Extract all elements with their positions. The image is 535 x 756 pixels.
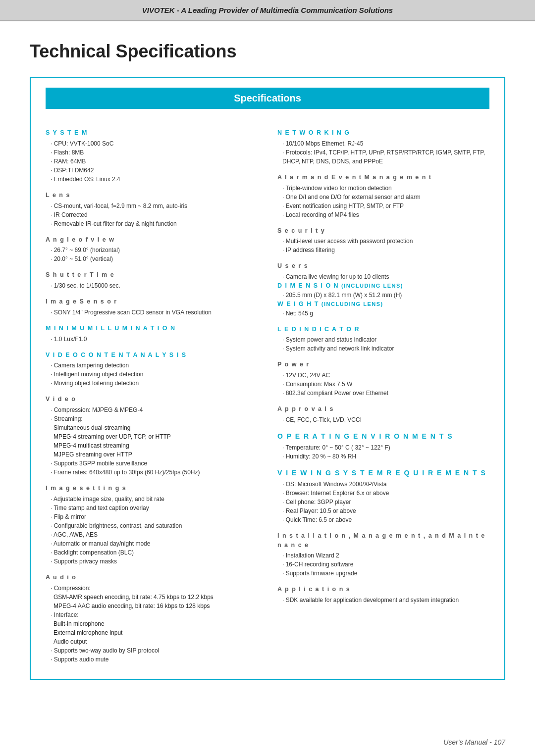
approvals-item-0: CE, FCC, C-Tick, LVD, VCCI (277, 415, 489, 424)
spec-box: Specifications S y s t e m CPU: VVTK-100… (30, 77, 505, 680)
networking-section: N e t w o r k i n g 10/100 Mbps Ethernet… (277, 128, 489, 166)
shutter-section: S h u t t e r T i m e 1/30 sec. to 1/150… (46, 270, 258, 290)
lens-item-1: IR Corrected (46, 210, 258, 219)
audio-heading: A u d i o (46, 573, 258, 582)
shutter-item-0: 1/30 sec. to 1/15000 sec. (46, 281, 258, 290)
vr-item-1: Browser: Internet Explorer 6.x or above (277, 489, 489, 498)
audio-more-1: Supports audio mute (46, 655, 258, 664)
inst-item-2: Supports firmware upgrade (277, 569, 489, 578)
angle-section: A n g l e o f v i e w 26.7° ~ 69.0° (hor… (46, 235, 258, 264)
video-heading: V i d e o (46, 395, 258, 404)
is-item-1: Time stamp and text caption overlay (46, 504, 258, 512)
installation-section: I n s t a l l a t i o n , M a n a g e m … (277, 531, 489, 578)
video-streaming-label: Streaming: (46, 414, 258, 423)
video-sub-2: MPEG-4 multicast streaming (46, 441, 258, 450)
audio-section: A u d i o Compression: GSM-AMR speech en… (46, 573, 258, 664)
is-item-6: Backlight compensation (BLC) (46, 548, 258, 557)
is-item-4: AGC, AWB, AES (46, 530, 258, 539)
led-item-0: System power and status indicator (277, 335, 489, 344)
dimension-section: D i m e n s i o n (including lens) 205.5… (277, 281, 489, 300)
led-item-1: System activity and network link indicat… (277, 344, 489, 353)
image-sensor-item-0: SONY 1/4" Progressive scan CCD sensor in… (46, 308, 258, 317)
audio-int-2: Audio output (46, 637, 258, 646)
angle-item-1: 20.0° ~ 51.0° (vertical) (46, 254, 258, 263)
audio-interface-label: Interface: (46, 610, 258, 619)
audio-int-1: External microphone input (46, 628, 258, 637)
system-item-cpu: CPU: VVTK-1000 SoC (46, 139, 258, 148)
alarm-heading: A l a r m a n d E v e n t M a n a g e m … (277, 173, 489, 182)
is-item-3: Configurable brightness, contrast, and s… (46, 521, 258, 530)
net-item-0: 10/100 Mbps Ethernet, RJ-45 (277, 139, 489, 148)
security-heading: S e c u r i t y (277, 226, 489, 236)
image-settings-section: I m a g e s e t t i n g s Adjustable ima… (46, 484, 258, 566)
approvals-heading: A p p r o v a l s (277, 404, 489, 414)
page-title: Technical Specifications (30, 41, 505, 62)
audio-int-0: Built-in microphone (46, 619, 258, 628)
shutter-heading: S h u t t e r T i m e (46, 270, 258, 280)
lens-item-2: Removable IR-cut filter for day & night … (46, 219, 258, 228)
video-sub-0: Simultaneous dual-streaming (46, 423, 258, 432)
lens-section: L e n s CS-mount, vari-focal, f=2.9 mm ~… (46, 191, 258, 228)
power-item-0: 12V DC, 24V AC (277, 371, 489, 380)
dimension-heading: D i m e n s i o n (including lens) (277, 282, 403, 289)
alarm-item-0: Triple-window video for motion detection (277, 184, 489, 193)
is-item-0: Adjustable image size, quality, and bit … (46, 495, 258, 504)
min-illum-heading: M i n i m u m I l l u m i n a t i o n (46, 324, 258, 333)
vr-item-3: Real Player: 10.5 or above (277, 506, 489, 515)
viewing-req-section: V i e w i n g S y s t e m R e q u i r e … (277, 468, 489, 524)
tagline: VIVOTEK - A Leading Provider of Multimed… (142, 6, 393, 14)
audio-more-0: Supports two-way audio by SIP protocol (46, 646, 258, 655)
networking-heading: N e t w o r k i n g (277, 128, 489, 138)
min-illum-section: M i n i m u m I l l u m i n a t i o n 1.… (46, 324, 258, 344)
audio-compression-label: Compression: (46, 584, 258, 593)
video-more-1: Frame rates: 640x480 up to 30fps (60 Hz)… (46, 468, 258, 477)
alarm-item-1: One D/I and one D/O for external sensor … (277, 193, 489, 202)
lens-heading: L e n s (46, 191, 258, 200)
weight-item-0: Net: 545 g (277, 309, 489, 318)
system-item-dsp: DSP:TI DM642 (46, 166, 258, 175)
oe-item-1: Humidity: 20 % ~ 80 % RH (277, 452, 489, 461)
video-section: V i d e o Compression: MJPEG & MPEG-4 St… (46, 395, 258, 477)
power-section: P o w e r 12V DC, 24V AC Consumption: Ma… (277, 360, 489, 398)
weight-section: W e i g h t (including lens) Net: 545 g (277, 300, 489, 318)
audio-comp-0: GSM-AMR speech encoding, bit rate: 4.75 … (46, 593, 258, 602)
dimension-subheading: (including lens) (341, 283, 403, 289)
is-item-7: Supports privacy masks (46, 557, 258, 566)
vc-item-2: Moving object loitering detection (46, 379, 258, 388)
spec-box-header: Specifications (46, 88, 489, 109)
dim-item-0: 205.5 mm (D) x 82.1 mm (W) x 51.2 mm (H) (277, 291, 489, 300)
footer: User's Manual - 107 (443, 738, 505, 746)
approvals-section: A p p r o v a l s CE, FCC, C-Tick, LVD, … (277, 404, 489, 424)
system-item-ram: RAM: 64MB (46, 157, 258, 166)
video-more-0: Supports 3GPP mobile surveillance (46, 459, 258, 468)
security-section: S e c u r i t y Multi-level user access … (277, 226, 489, 255)
installation-heading: I n s t a l l a t i o n , M a n a g e m … (277, 531, 489, 550)
users-heading: U s e r s (277, 261, 489, 271)
operating-env-heading: O p e r a t i n g E n v i r o n m e n t … (277, 431, 489, 442)
angle-item-0: 26.7° ~ 69.0° (horizontal) (46, 246, 258, 254)
left-column: S y s t e m CPU: VVTK-1000 SoC Flash: 8M… (46, 121, 258, 664)
net-item-1: Protocols: IPv4, TCP/IP, HTTP, UPnP, RTS… (277, 148, 489, 166)
power-item-2: 802.3af compliant Power over Ethernet (277, 389, 489, 398)
app-item-0: SDK available for application developmen… (277, 596, 489, 605)
applications-heading: A p p l i c a t i o n s (277, 585, 489, 594)
is-item-5: Automatic or manual day/night mode (46, 539, 258, 548)
right-column: N e t w o r k i n g 10/100 Mbps Ethernet… (277, 121, 489, 664)
min-illum-item-0: 1.0 Lux/F1.0 (46, 335, 258, 344)
alarm-item-2: Event notification using HTTP, SMTP, or … (277, 202, 489, 210)
alarm-item-3: Local recording of MP4 files (277, 210, 489, 219)
top-bar: VIVOTEK - A Leading Provider of Multimed… (0, 0, 535, 21)
vr-item-2: Cell phone: 3GPP player (277, 498, 489, 506)
viewing-req-heading: V i e w i n g S y s t e m R e q u i r e … (277, 468, 489, 478)
angle-heading: A n g l e o f v i e w (46, 235, 258, 245)
vc-item-0: Camera tampering detection (46, 361, 258, 370)
led-heading: L E D I n d i c a t o r (277, 325, 489, 334)
video-sub-3: MJPEG streaming over HTTP (46, 450, 258, 459)
vr-item-0: OS: Microsoft Windows 2000/XP/Vista (277, 480, 489, 489)
operating-env-section: O p e r a t i n g E n v i r o n m e n t … (277, 431, 489, 461)
alarm-section: A l a r m a n d E v e n t M a n a g e m … (277, 173, 489, 219)
sec-item-0: Multi-level user access with password pr… (277, 237, 489, 246)
audio-comp-1: MPEG-4 AAC audio encoding, bit rate: 16 … (46, 602, 258, 610)
power-heading: P o w e r (277, 360, 489, 369)
system-item-flash: Flash: 8MB (46, 148, 258, 157)
